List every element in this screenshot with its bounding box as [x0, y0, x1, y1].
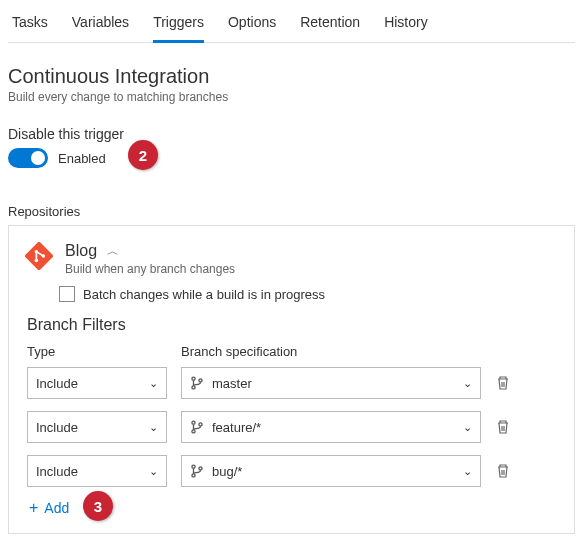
branch-value: bug/*	[212, 464, 242, 479]
chevron-up-icon: ︿	[107, 243, 119, 260]
svg-point-7	[192, 386, 195, 389]
batch-checkbox[interactable]	[59, 286, 75, 302]
tab-history[interactable]: History	[384, 8, 428, 42]
filter-row: Include ⌄ master ⌄	[27, 367, 558, 399]
plus-icon: +	[29, 499, 38, 517]
chevron-down-icon: ⌄	[463, 465, 472, 478]
tab-tasks[interactable]: Tasks	[12, 8, 48, 42]
type-select[interactable]: Include ⌄	[27, 455, 167, 487]
repository-panel: Blog ︿ Build when any branch changes Bat…	[8, 225, 575, 534]
chevron-down-icon: ⌄	[149, 421, 158, 434]
tab-variables[interactable]: Variables	[72, 8, 129, 42]
filter-row: Include ⌄ feature/* ⌄	[27, 411, 558, 443]
delete-icon[interactable]	[495, 375, 511, 391]
add-label: Add	[44, 500, 69, 516]
branch-icon	[190, 420, 204, 434]
callout-badge-3: 3	[83, 491, 113, 521]
delete-icon[interactable]	[495, 419, 511, 435]
tab-retention[interactable]: Retention	[300, 8, 360, 42]
tab-bar: Tasks Variables Triggers Options Retenti…	[8, 8, 575, 43]
enable-toggle[interactable]	[8, 148, 48, 168]
repositories-label: Repositories	[8, 204, 575, 219]
toggle-label: Disable this trigger	[8, 126, 575, 142]
svg-point-13	[192, 474, 195, 477]
svg-point-6	[192, 377, 195, 380]
tab-triggers[interactable]: Triggers	[153, 8, 204, 43]
branch-value: feature/*	[212, 420, 261, 435]
svg-point-9	[192, 421, 195, 424]
repo-header-toggle[interactable]: Blog ︿	[65, 242, 235, 260]
filter-row: Include ⌄ bug/* ⌄	[27, 455, 558, 487]
chevron-down-icon: ⌄	[149, 377, 158, 390]
add-filter-button[interactable]: + Add 3	[29, 499, 558, 517]
header-type: Type	[27, 344, 167, 359]
type-select[interactable]: Include ⌄	[27, 411, 167, 443]
svg-point-14	[199, 467, 202, 470]
branch-icon	[190, 376, 204, 390]
branch-select[interactable]: feature/* ⌄	[181, 411, 481, 443]
repo-name: Blog	[65, 242, 97, 260]
svg-point-8	[199, 379, 202, 382]
section-subtitle: Build every change to matching branches	[8, 90, 575, 104]
chevron-down-icon: ⌄	[463, 377, 472, 390]
repo-subtitle: Build when any branch changes	[65, 262, 235, 276]
branch-select[interactable]: bug/* ⌄	[181, 455, 481, 487]
svg-rect-0	[25, 242, 53, 270]
git-icon	[25, 242, 53, 270]
type-select[interactable]: Include ⌄	[27, 367, 167, 399]
branch-value: master	[212, 376, 252, 391]
svg-point-12	[192, 465, 195, 468]
batch-label: Batch changes while a build is in progre…	[83, 287, 325, 302]
toggle-state-label: Enabled	[58, 151, 106, 166]
branch-filters-title: Branch Filters	[27, 316, 558, 334]
type-value: Include	[36, 420, 78, 435]
branch-icon	[190, 464, 204, 478]
branch-filters-table: Type Branch specification Include ⌄ mast…	[27, 344, 558, 517]
type-value: Include	[36, 376, 78, 391]
delete-icon[interactable]	[495, 463, 511, 479]
chevron-down-icon: ⌄	[463, 421, 472, 434]
section-title: Continuous Integration	[8, 65, 575, 88]
svg-point-10	[192, 430, 195, 433]
type-value: Include	[36, 464, 78, 479]
svg-point-11	[199, 423, 202, 426]
branch-select[interactable]: master ⌄	[181, 367, 481, 399]
chevron-down-icon: ⌄	[149, 465, 158, 478]
header-branch: Branch specification	[181, 344, 481, 359]
callout-badge-2: 2	[128, 140, 158, 170]
tab-options[interactable]: Options	[228, 8, 276, 42]
